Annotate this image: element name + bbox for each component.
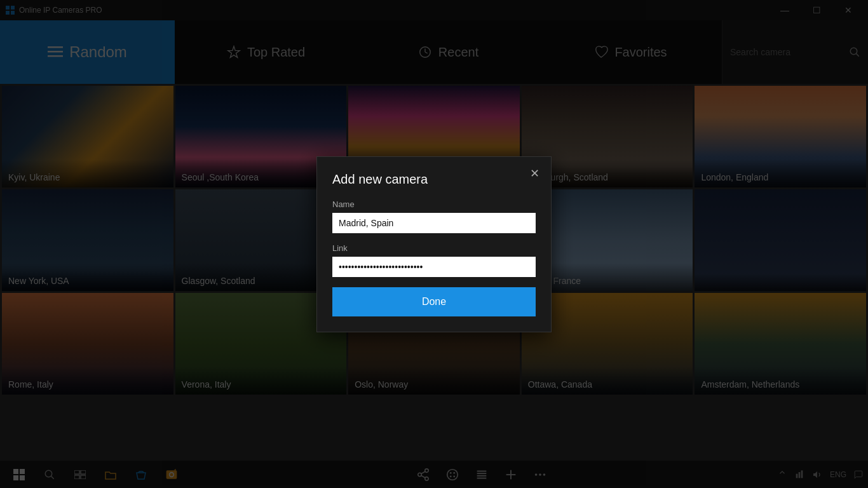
modal-overlay[interactable]: ✕ Add new camera Name Link Done xyxy=(0,0,868,488)
name-field[interactable] xyxy=(332,213,536,233)
link-field-label: Link xyxy=(332,243,536,253)
name-field-label: Name xyxy=(332,200,536,209)
add-camera-modal: ✕ Add new camera Name Link Done xyxy=(316,156,552,332)
link-field[interactable] xyxy=(332,257,536,277)
modal-close-button[interactable]: ✕ xyxy=(526,165,543,182)
done-button[interactable]: Done xyxy=(332,287,536,316)
modal-title: Add new camera xyxy=(332,172,536,187)
